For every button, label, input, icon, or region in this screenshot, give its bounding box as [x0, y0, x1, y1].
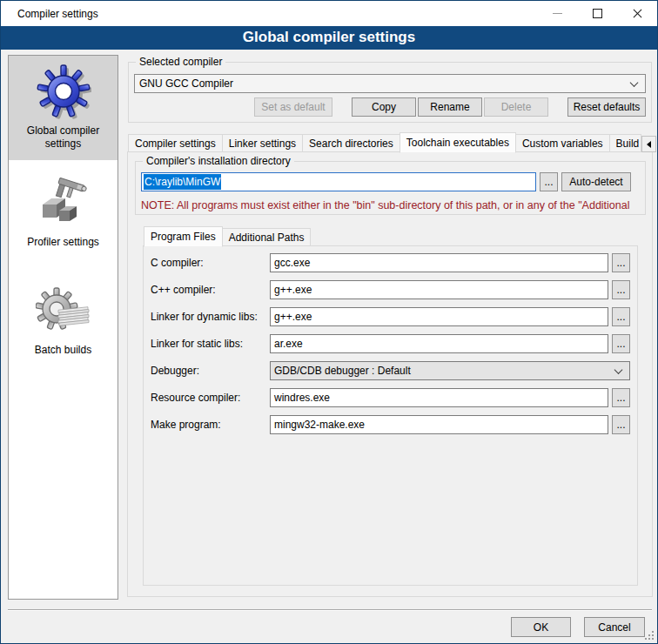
sidebar-item-label: Profiler settings	[9, 236, 118, 249]
page-title: Global compiler settings	[1, 26, 657, 50]
dynamic-linker-input[interactable]: g++.exe	[270, 307, 608, 326]
cpp-compiler-input[interactable]: g++.exe	[270, 280, 608, 299]
program-files-tabs: Program Files Additional Paths	[143, 225, 636, 246]
group-label: Selected compiler	[136, 56, 225, 68]
browse-button[interactable]: ...	[612, 415, 630, 434]
footer-divider-highlight	[8, 610, 652, 611]
group-label: Compiler's installation directory	[143, 155, 294, 167]
form-row: Linker for static libs: ar.exe ...	[151, 334, 630, 353]
field-label: Debugger:	[151, 361, 270, 380]
caliper-icon	[36, 175, 91, 231]
minimize-button[interactable]	[537, 1, 577, 26]
installation-directory-group: Compiler's installation directory C:\ray…	[135, 161, 646, 215]
browse-button[interactable]: ...	[612, 334, 630, 353]
tab-toolchain-executables[interactable]: Toolchain executables	[400, 132, 516, 153]
blue-gear-icon	[36, 64, 91, 119]
delete-button[interactable]: Delete	[484, 97, 548, 117]
note-text: NOTE: All programs must exist either in …	[141, 199, 644, 211]
browse-button[interactable]: ...	[612, 253, 630, 272]
static-linker-input[interactable]: ar.exe	[270, 334, 608, 353]
settings-category-list: Global compiler settings	[8, 55, 118, 600]
field-label: C compiler:	[151, 253, 270, 272]
tab-search-directories[interactable]: Search directories	[302, 134, 400, 152]
browse-button[interactable]: ...	[612, 388, 630, 407]
tab-scroll-left-button[interactable]	[641, 136, 656, 152]
chevron-down-icon	[614, 366, 623, 374]
sidebar-item-label: Batch builds	[9, 344, 118, 357]
chevron-down-icon	[630, 78, 639, 87]
window-title: Compiler settings	[17, 8, 98, 20]
compiler-buttons-row: Set as default Copy Rename Delete Reset …	[134, 97, 646, 117]
browse-button[interactable]: ...	[612, 280, 630, 299]
field-label: Linker for dynamic libs:	[151, 307, 270, 326]
form-row: C++ compiler: g++.exe ...	[151, 280, 630, 299]
selected-text: C:\raylib\MinGW	[144, 174, 221, 190]
form-row: Resource compiler: windres.exe ...	[151, 388, 630, 407]
debugger-dropdown[interactable]: GDB/CDB debugger : Default	[270, 361, 630, 380]
copy-button[interactable]: Copy	[352, 97, 416, 117]
resize-grip[interactable]	[643, 629, 654, 640]
form-row: Make program: mingw32-make.exe ...	[151, 415, 630, 434]
cancel-button[interactable]: Cancel	[584, 617, 645, 637]
main-content: Selected compiler GNU GCC Compiler Set a…	[127, 55, 653, 600]
sidebar-item-profiler-settings[interactable]: Profiler settings	[9, 167, 118, 249]
browse-button[interactable]: ...	[612, 307, 630, 326]
set-as-default-button[interactable]: Set as default	[254, 97, 332, 117]
installation-directory-row: C:\raylib\MinGW ... Auto-detect	[141, 172, 631, 191]
field-label: Resource compiler:	[151, 388, 270, 407]
tab-scroll-buttons	[641, 136, 658, 152]
auto-detect-button[interactable]: Auto-detect	[561, 172, 631, 191]
browse-directory-button[interactable]: ...	[540, 172, 558, 191]
caption-buttons	[537, 1, 657, 26]
c-compiler-input[interactable]: gcc.exe	[270, 253, 608, 272]
form-row: Linker for dynamic libs: g++.exe ...	[151, 307, 630, 326]
compiler-settings-dialog: Compiler settings Global compiler settin…	[0, 0, 658, 644]
tab-build-options[interactable]: Build options	[609, 134, 641, 152]
form-row: Debugger: GDB/CDB debugger : Default	[151, 361, 630, 380]
selected-compiler-value: GNU GCC Compiler	[139, 77, 233, 90]
arrow-left-icon	[647, 141, 651, 148]
sidebar-item-batch-builds[interactable]: Batch builds	[9, 275, 118, 357]
toolchain-executables-page: Compiler's installation directory C:\ray…	[127, 151, 653, 597]
minimize-icon	[553, 13, 562, 14]
close-icon	[632, 8, 643, 19]
program-files-panel: C compiler: gcc.exe ... C++ compiler: g+…	[143, 245, 638, 586]
gray-gear-stack-icon	[36, 283, 91, 339]
form-row: C compiler: gcc.exe ...	[151, 253, 630, 272]
selected-compiler-group: Selected compiler GNU GCC Compiler Set a…	[128, 62, 652, 123]
field-label: Make program:	[151, 415, 270, 434]
tab-custom-variables[interactable]: Custom variables	[515, 134, 610, 152]
tab-program-files[interactable]: Program Files	[144, 226, 223, 247]
reset-defaults-button[interactable]: Reset defaults	[567, 97, 646, 117]
rename-button[interactable]: Rename	[418, 97, 482, 117]
settings-tabs: Compiler settings Linker settings Search…	[127, 131, 653, 152]
tab-additional-paths[interactable]: Additional Paths	[222, 228, 312, 246]
resource-compiler-input[interactable]: windres.exe	[270, 388, 608, 407]
tab-compiler-settings[interactable]: Compiler settings	[128, 134, 223, 152]
sidebar-item-global-compiler-settings[interactable]: Global compiler settings	[9, 56, 118, 160]
selected-compiler-dropdown[interactable]: GNU GCC Compiler	[134, 74, 646, 93]
sidebar-item-label: Global compiler settings	[9, 124, 118, 151]
tab-linker-settings[interactable]: Linker settings	[222, 134, 303, 152]
field-label: Linker for static libs:	[151, 334, 270, 353]
ok-button[interactable]: OK	[511, 617, 571, 637]
field-label: C++ compiler:	[151, 280, 270, 299]
make-program-input[interactable]: mingw32-make.exe	[270, 415, 608, 434]
maximize-icon	[593, 9, 602, 18]
maximize-button[interactable]	[577, 1, 617, 26]
titlebar: Compiler settings	[1, 1, 657, 26]
installation-directory-input[interactable]: C:\raylib\MinGW	[141, 172, 536, 191]
close-button[interactable]	[617, 1, 657, 26]
